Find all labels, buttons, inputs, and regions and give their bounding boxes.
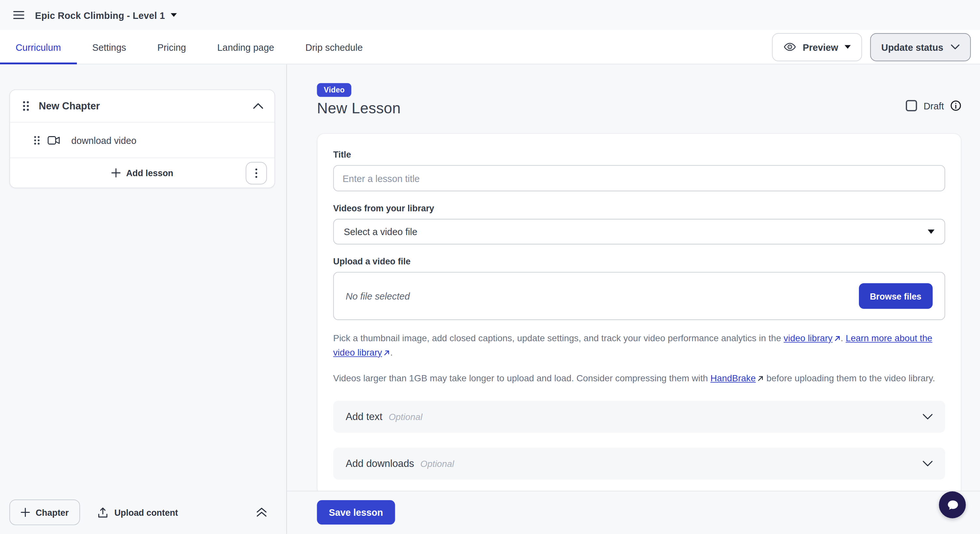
course-switcher[interactable]: Epic Rock Climbing - Level 1	[35, 10, 177, 21]
save-bar: Save lesson	[287, 491, 980, 534]
header-actions: Preview Update status	[772, 30, 980, 64]
chat-widget-button[interactable]	[939, 491, 966, 518]
video-library-help-text: Pick a thumbnail image, add closed capti…	[333, 332, 945, 360]
sidebar-footer: Chapter Upload content	[10, 499, 277, 525]
optional-label: Optional	[389, 412, 423, 422]
chapter-options-button[interactable]	[246, 162, 267, 184]
optional-label: Optional	[420, 458, 454, 469]
draft-control: Draft	[906, 100, 961, 111]
chevron-down-icon	[923, 414, 933, 420]
plus-icon	[111, 168, 121, 178]
library-label: Videos from your library	[333, 203, 945, 213]
add-chapter-button[interactable]: Chapter	[10, 499, 80, 525]
chat-bubble-icon	[945, 497, 960, 512]
chapter-title: New Chapter	[39, 100, 100, 112]
collapse-all-icon[interactable]	[256, 508, 267, 517]
eye-icon	[783, 42, 796, 52]
page-title: New Lesson	[317, 99, 401, 117]
app: Epic Rock Climbing - Level 1 Curriculum …	[0, 0, 980, 534]
editor-header: Video New Lesson Draft	[317, 83, 961, 117]
browse-files-button[interactable]: Browse files	[859, 283, 932, 309]
hamburger-menu-icon[interactable]	[11, 7, 27, 23]
select-caret-icon	[928, 230, 934, 234]
draft-label: Draft	[924, 100, 944, 111]
lesson-item[interactable]: download video	[10, 122, 274, 157]
course-title: Epic Rock Climbing - Level 1	[35, 10, 165, 21]
video-library-link[interactable]: video library	[784, 333, 841, 343]
tab-drip-schedule[interactable]: Drip schedule	[290, 30, 378, 64]
compression-help-text: Videos larger than 1GB may take longer t…	[333, 371, 945, 386]
preview-button[interactable]: Preview	[772, 33, 862, 61]
external-link-icon	[757, 376, 763, 381]
update-status-button[interactable]: Update status	[870, 33, 970, 61]
add-text-label: Add text	[346, 411, 383, 422]
content-row: New Chapter download video	[0, 65, 980, 534]
drag-handle-icon[interactable]	[22, 101, 29, 111]
no-file-text: No file selected	[346, 291, 410, 302]
add-text-section[interactable]: Add text Optional	[333, 401, 945, 433]
tab-bar: Curriculum Settings Pricing Landing page…	[0, 30, 980, 65]
chevron-down-icon	[923, 461, 933, 466]
chevron-down-icon	[951, 44, 959, 49]
tab-curriculum[interactable]: Curriculum	[0, 30, 76, 64]
plus-icon	[21, 508, 30, 517]
chapter-header[interactable]: New Chapter	[10, 90, 274, 122]
upload-dropzone[interactable]: No file selected Browse files	[333, 272, 945, 320]
draft-checkbox[interactable]	[906, 100, 918, 111]
tab-settings[interactable]: Settings	[76, 30, 142, 64]
caret-down-icon	[845, 45, 851, 49]
upload-content-button[interactable]: Upload content	[97, 507, 178, 518]
lesson-form-card: Title Videos from your library Select a …	[317, 133, 961, 491]
add-downloads-label: Add downloads	[346, 458, 414, 469]
tab-pricing[interactable]: Pricing	[142, 30, 202, 64]
add-lesson-button[interactable]: Add lesson	[111, 168, 173, 178]
video-camera-icon	[48, 135, 60, 145]
upload-icon	[97, 507, 108, 518]
upload-label: Upload a video file	[333, 256, 945, 266]
lesson-title: download video	[71, 135, 137, 146]
title-label: Title	[333, 149, 945, 159]
external-link-icon	[834, 336, 840, 341]
drag-handle-icon[interactable]	[34, 135, 40, 145]
editor-scroll-area: Video New Lesson Draft Title	[287, 65, 980, 491]
add-lesson-row: Add lesson	[10, 157, 274, 188]
top-bar: Epic Rock Climbing - Level 1	[0, 0, 980, 30]
handbrake-link[interactable]: HandBrake	[710, 373, 756, 383]
add-downloads-section[interactable]: Add downloads Optional	[333, 448, 945, 480]
tab-landing-page[interactable]: Landing page	[202, 30, 290, 64]
caret-down-icon	[170, 13, 177, 17]
lesson-type-badge: Video	[317, 83, 351, 97]
kebab-menu-icon	[255, 168, 258, 178]
curriculum-sidebar: New Chapter download video	[0, 65, 287, 534]
video-library-select[interactable]: Select a video file	[333, 219, 945, 245]
info-icon[interactable]	[950, 100, 961, 111]
chapter-card: New Chapter download video	[10, 89, 275, 188]
save-lesson-button[interactable]: Save lesson	[317, 500, 395, 524]
chevron-up-icon[interactable]	[253, 103, 263, 109]
external-link-icon	[384, 350, 390, 356]
lesson-title-input[interactable]	[333, 165, 945, 191]
lesson-editor: Video New Lesson Draft Title	[287, 65, 980, 534]
